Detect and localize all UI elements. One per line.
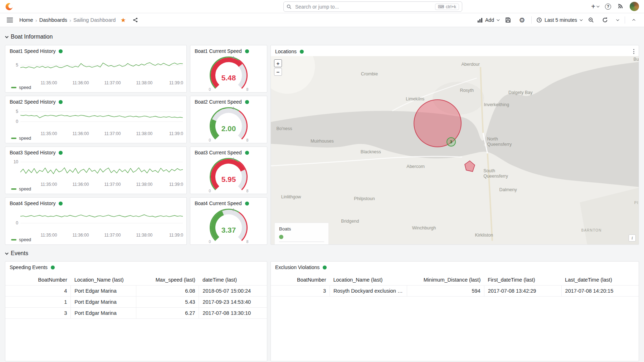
column-header[interactable]: BoatNumber (5, 274, 71, 286)
speed-history-chart[interactable]: 011:35:0011:36:0011:37:0011:38:0011:39:0 (20, 209, 183, 231)
legend-color-swatch (11, 138, 16, 139)
share-dashboard-button[interactable] (131, 15, 140, 25)
panel-title[interactable]: Boat3 Current Speed (195, 150, 242, 155)
grafana-logo-icon[interactable] (5, 2, 14, 11)
table-row: 4Port Edgar Marina6.082018-05-07 15:00:2… (5, 286, 267, 297)
panel-health-dot (323, 266, 327, 269)
legend-label[interactable]: speed (19, 237, 31, 242)
panel-title[interactable]: Locations (275, 49, 297, 54)
y-axis-tick: 5 (7, 109, 18, 114)
gear-icon: ⚙ (519, 17, 525, 24)
gauge-chart: 0845.48 (190, 55, 267, 91)
hamburger-icon (7, 18, 13, 23)
column-header[interactable]: Max_speed (last) (136, 274, 199, 286)
map-viewport[interactable]: 3 BurAberdourCrombieRosythDalgety BayLim… (271, 56, 639, 244)
legend-label[interactable]: speed (19, 85, 31, 90)
legend-layer-title: Boats (279, 226, 324, 232)
panel-title[interactable]: Boat3 Speed History (10, 150, 55, 155)
map-place-label: Bur (634, 57, 639, 62)
table-cell: 2017-07-08 13:42:29 (484, 286, 561, 297)
save-dashboard-button[interactable] (503, 15, 513, 25)
legend-label[interactable]: speed (19, 187, 31, 192)
map-zoom-out-button[interactable]: − (274, 68, 282, 76)
refresh-interval-dropdown[interactable] (614, 15, 620, 25)
rss-icon (618, 3, 623, 9)
section-boat-information[interactable]: Boat Information (5, 34, 53, 40)
panel-speeding-events: Speeding Events BoatNumberLocation_Name … (5, 261, 267, 361)
mega-menu-toggle-button[interactable] (5, 15, 14, 25)
column-header[interactable]: Location_Name (last) (330, 274, 407, 286)
time-range-picker[interactable]: Last 5 minutes (536, 17, 582, 23)
panel-health-dot (245, 49, 249, 53)
gauge-chart: 0842.00 (190, 106, 267, 142)
column-header[interactable]: BoatNumber (271, 274, 330, 286)
svg-text:0: 0 (209, 240, 211, 243)
x-axis-label: 11:35:00 (41, 182, 57, 187)
chart-legend: speed (11, 187, 31, 192)
map-place-label: Bo'ness (276, 126, 292, 131)
table-cell: 2018-05-07 15:00:24 (199, 286, 267, 297)
panel-menu-button[interactable] (632, 48, 636, 55)
table-cell: Rosyth Dockyard exclusion zo... (330, 286, 407, 297)
legend-color-swatch (11, 87, 16, 88)
zoom-out-time-button[interactable] (586, 15, 596, 25)
speed-history-chart[interactable]: 1011:35:0011:36:0011:37:0011:38:0011:39:… (20, 158, 183, 180)
map-place-label: Abercorn (406, 164, 425, 169)
collapse-toolbar-button[interactable] (630, 15, 639, 25)
refresh-icon (602, 17, 608, 23)
column-header[interactable]: First_dateTime (last) (484, 274, 561, 286)
speed-history-chart[interactable]: 5011:35:0011:36:0011:37:0011:38:0011:39:… (20, 108, 183, 130)
map-zoom-controls: + − (274, 59, 282, 76)
x-axis-label: 11:36:00 (73, 233, 89, 238)
map-place-label: Kirkliston (475, 232, 493, 238)
panel-health-dot (245, 100, 249, 104)
refresh-button[interactable] (600, 15, 610, 25)
x-axis-label: 11:37:00 (104, 182, 121, 187)
chevron-down-icon (5, 251, 9, 255)
add-new-button[interactable]: + (591, 3, 599, 10)
favorite-star-button[interactable]: ★ (118, 15, 128, 25)
search-icon (287, 4, 292, 9)
map-zoom-in-button[interactable]: + (274, 59, 282, 67)
svg-text:8: 8 (247, 240, 249, 243)
dashboard-canvas: Boat Information Boat1 Speed History 511… (0, 27, 644, 362)
x-axis-label: 11:39:0 (169, 131, 183, 136)
search-bar[interactable]: ⌨ ctrl+k (283, 1, 462, 12)
column-header[interactable]: Location_Name (last) (71, 274, 136, 286)
panel-title[interactable]: Boat4 Speed History (10, 200, 55, 206)
map-attribution-button[interactable]: i (629, 234, 636, 242)
panel-title[interactable]: Boat4 Current Speed (195, 200, 242, 206)
speed-history-chart[interactable]: 511:35:0011:36:0011:37:0011:38:0011:39:0 (20, 57, 183, 79)
breadcrumb-dashboards[interactable]: Dashboards (39, 17, 67, 23)
column-header[interactable]: Last_dateTime (last) (561, 274, 639, 286)
chart-legend: speed (11, 136, 31, 141)
table-cell: 3 (5, 308, 71, 319)
panel-title[interactable]: Boat2 Speed History (10, 99, 55, 105)
chevron-down-icon (616, 18, 619, 21)
search-input[interactable] (294, 4, 432, 10)
column-header[interactable]: Minimum_Distance (last) (407, 274, 484, 286)
svg-text:2.00: 2.00 (221, 124, 236, 133)
x-axis-label: 11:39:0 (169, 80, 183, 85)
user-avatar[interactable] (630, 2, 639, 11)
news-feed-button[interactable] (618, 3, 623, 10)
panel-boat4-speed-history: Boat4 Speed History 011:35:0011:36:0011:… (5, 197, 187, 245)
section-events[interactable]: Events (5, 250, 28, 257)
add-panel-button[interactable]: Add (477, 17, 499, 23)
help-icon: ? (605, 4, 611, 10)
panel-title[interactable]: Boat1 Current Speed (195, 48, 242, 54)
breadcrumb-home[interactable]: Home (19, 17, 33, 23)
x-axis-label: 11:37:00 (104, 131, 121, 136)
dashboard-settings-button[interactable]: ⚙ (517, 15, 527, 25)
x-axis-label: 11:39:0 (169, 182, 183, 187)
legend-label[interactable]: speed (19, 136, 31, 141)
panel-title[interactable]: Boat1 Speed History (10, 48, 55, 54)
panel-title[interactable]: Exclusion Violations (275, 264, 319, 270)
panel-title[interactable]: Boat2 Current Speed (195, 99, 242, 105)
help-button[interactable]: ? (605, 4, 611, 10)
map-place-label: Winchburgh (412, 225, 436, 231)
dashboard-toolbar: Home › Dashboards › Sailing Dashboard ★ … (0, 13, 644, 27)
column-header[interactable]: dateTime (last) (199, 274, 267, 286)
panel-title[interactable]: Speeding Events (10, 264, 48, 270)
map-place-label: Dalmeny (499, 187, 517, 193)
